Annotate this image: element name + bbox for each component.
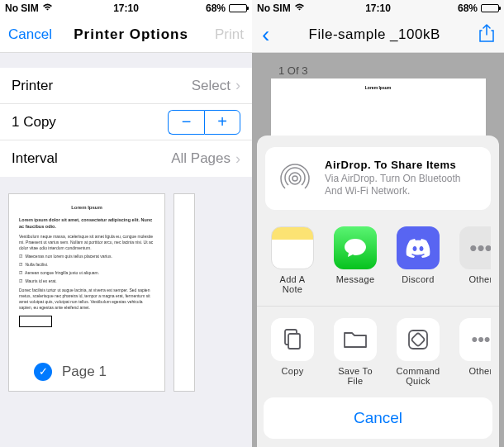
interval-label: Interval — [12, 150, 58, 167]
carrier-text: No SIM — [5, 2, 39, 14]
document-viewer: 1 Of 3 Lorem Ipsum AirDrop. To Share Ite… — [252, 53, 504, 447]
share-apps-row[interactable]: Add A Note Message Discord — [265, 226, 491, 306]
action-label: Command Quick — [394, 366, 442, 386]
options-list: Printer Select › 1 Copy − + Interval All… — [0, 68, 252, 177]
thumb-title: Lorem Ipsum — [19, 204, 155, 211]
cancel-button[interactable]: Cancel — [8, 26, 52, 43]
battery-icon — [481, 4, 499, 12]
share-app-notes[interactable]: Add A Note — [269, 226, 316, 294]
app-label: Add A Note — [269, 274, 316, 294]
back-button[interactable]: ‹ — [262, 21, 269, 48]
app-label: Other — [457, 274, 491, 284]
copies-row: 1 Copy − + — [0, 104, 252, 140]
chevron-right-icon: › — [235, 150, 240, 168]
printer-value: Select — [192, 78, 231, 94]
page-number-label: Page 1 — [57, 361, 112, 383]
status-bar: No SIM 17:10 68% — [0, 0, 252, 17]
share-sheet: AirDrop. To Share Items Via AirDrop. Tur… — [257, 136, 499, 447]
stepper-plus-button[interactable]: + — [204, 110, 240, 135]
message-icon — [334, 226, 377, 269]
checkmark-icon: ✓ — [34, 363, 52, 381]
carrier-text: No SIM — [257, 2, 291, 14]
wifi-icon — [42, 3, 53, 13]
action-copy[interactable]: Copy — [269, 318, 316, 386]
svg-rect-5 — [411, 333, 426, 347]
wifi-icon — [294, 3, 305, 13]
action-label: Other — [457, 366, 491, 376]
clock: 17:10 — [365, 2, 391, 14]
action-label: Save To File — [331, 366, 379, 386]
copies-label: 1 Copy — [12, 114, 56, 131]
file-title: File-sample _100kB — [309, 26, 440, 43]
share-app-message[interactable]: Message — [331, 226, 379, 294]
airdrop-text: AirDrop. To Share Items Via AirDrop. Tur… — [325, 159, 479, 198]
shortcuts-icon — [397, 318, 440, 361]
copies-stepper: − + — [168, 110, 240, 135]
svg-point-0 — [292, 176, 297, 181]
airdrop-icon — [277, 160, 313, 197]
svg-point-1 — [289, 173, 301, 184]
page-counter: 1 Of 3 — [278, 64, 496, 77]
action-command-quick[interactable]: Command Quick — [394, 318, 442, 386]
interval-row[interactable]: Interval All Pages › — [0, 140, 252, 177]
status-bar: No SIM 17:10 68% — [252, 0, 504, 17]
copy-icon — [271, 318, 314, 361]
action-save-to-file[interactable]: Save To File — [331, 318, 379, 386]
nav-bar: ‹ File-sample _100kB — [252, 17, 504, 53]
print-button[interactable]: Print — [215, 26, 244, 43]
action-label: Copy — [269, 366, 316, 376]
share-app-discord[interactable]: Discord — [394, 226, 442, 294]
chevron-right-icon: › — [235, 77, 240, 94]
nav-title: Printer Options — [74, 26, 188, 43]
print-options-screen: No SIM 17:10 68% Cancel Print Printer Op… — [0, 0, 252, 447]
battery-percent: 68% — [458, 2, 478, 14]
share-actions-row[interactable]: Copy Save To File Command Quick — [265, 318, 491, 397]
page-preview-area: Lorem Ipsum Lorem ipsum dolor sit amet, … — [0, 177, 252, 408]
page-selected-badge: ✓ Page 1 — [34, 361, 112, 383]
airdrop-title: AirDrop. To Share Items — [325, 159, 479, 173]
page-thumbnail-1[interactable]: Lorem Ipsum Lorem ipsum dolor sit amet, … — [8, 193, 165, 392]
doc-title: Lorem Ipsum — [296, 85, 461, 90]
app-label: Message — [331, 274, 379, 284]
folder-icon — [334, 318, 377, 361]
discord-icon — [397, 226, 440, 269]
airdrop-subtitle: Via AirDrop. Turn On Bluetooth And Wi-Fi… — [325, 173, 479, 198]
stepper-minus-button[interactable]: − — [168, 110, 204, 135]
interval-value: All Pages — [171, 150, 231, 167]
svg-rect-3 — [288, 334, 300, 349]
cancel-button[interactable]: Cancel — [264, 397, 492, 439]
share-app-other[interactable]: ••• Other — [457, 226, 491, 294]
app-label: Discord — [394, 274, 442, 284]
share-sheet-overlay: AirDrop. To Share Items Via AirDrop. Tur… — [252, 136, 504, 447]
nav-bar: Cancel Print Printer Options — [0, 17, 252, 53]
battery-percent: 68% — [206, 2, 226, 14]
battery-icon — [229, 4, 247, 12]
notes-icon — [271, 226, 314, 269]
action-other[interactable]: ••• Other — [457, 318, 491, 386]
printer-label: Printer — [12, 78, 53, 94]
printer-row[interactable]: Printer Select › — [0, 68, 252, 104]
more-icon: ••• — [459, 226, 491, 269]
share-button[interactable] — [479, 24, 494, 45]
file-preview-screen: No SIM 17:10 68% ‹ File-sample _100kB 1 … — [252, 0, 504, 447]
more-icon: ••• — [459, 318, 491, 361]
page-thumbnail-2[interactable] — [174, 193, 195, 392]
airdrop-card[interactable]: AirDrop. To Share Items Via AirDrop. Tur… — [265, 147, 491, 210]
clock: 17:10 — [113, 2, 139, 14]
